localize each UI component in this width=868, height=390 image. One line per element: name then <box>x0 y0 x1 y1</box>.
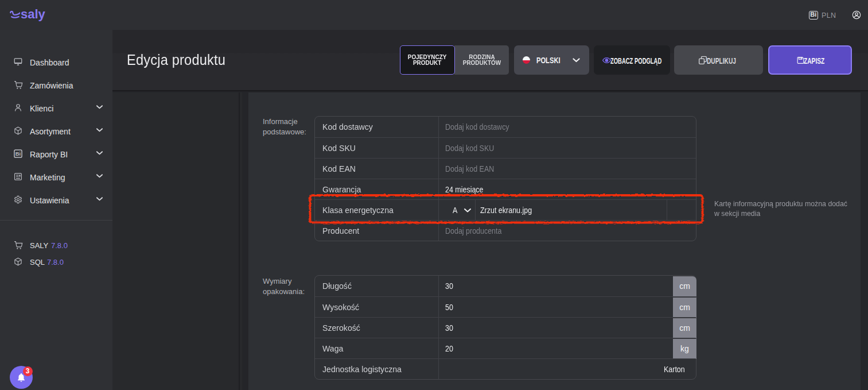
svg-text:Bi: Bi <box>15 151 21 157</box>
